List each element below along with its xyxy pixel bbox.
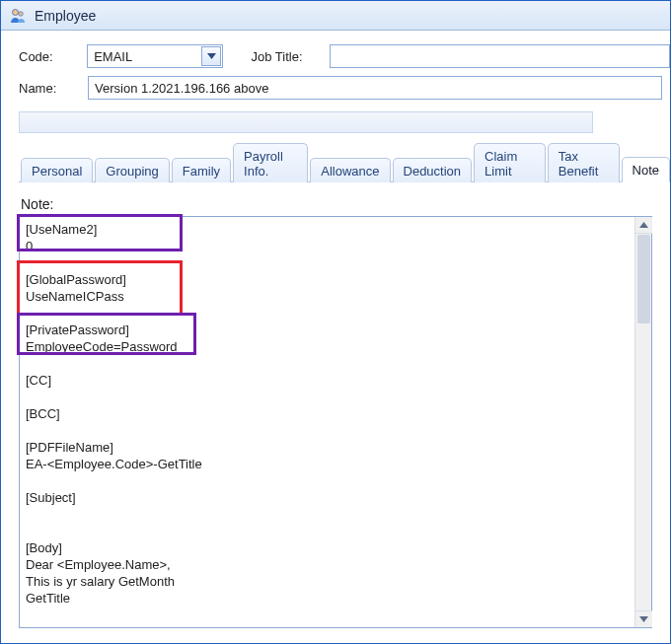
scrollbar[interactable] (634, 217, 651, 627)
window-titlebar: Employee (1, 1, 670, 31)
jobtitle-label: Job Title: (251, 49, 319, 64)
tab-note[interactable]: Note (622, 157, 670, 182)
note-textarea[interactable]: [UseName2] 0 [GlobalPassword] UseNameICP… (20, 217, 651, 627)
note-area: [UseName2] 0 [GlobalPassword] UseNameICP… (19, 216, 652, 628)
name-label: Name: (19, 81, 78, 96)
tab-family[interactable]: Family (172, 158, 231, 182)
tab-personal[interactable]: Personal (21, 158, 93, 182)
tab-deduction[interactable]: Deduction (393, 158, 473, 182)
employee-icon (9, 7, 27, 25)
scroll-thumb[interactable] (637, 235, 650, 323)
svg-point-0 (13, 9, 19, 15)
name-value: Version 1.2021.196.166 above (95, 81, 268, 96)
window-title: Employee (35, 8, 96, 24)
code-value: EMAIL (94, 49, 132, 64)
tab-payroll-info[interactable]: Payroll Info. (233, 143, 308, 182)
tab-claim-limit[interactable]: Claim Limit (474, 143, 546, 182)
code-combobox[interactable]: EMAIL (87, 44, 223, 68)
chevron-down-icon[interactable] (201, 46, 221, 66)
status-strip (19, 111, 593, 133)
tab-tax-benefit[interactable]: Tax Benefit (548, 143, 620, 182)
name-field[interactable]: Version 1.2021.196.166 above (88, 76, 662, 100)
jobtitle-field[interactable] (330, 44, 670, 68)
scroll-up-icon[interactable] (635, 217, 652, 234)
tab-grouping[interactable]: Grouping (95, 158, 169, 182)
code-label: Code: (19, 49, 77, 64)
tab-strip: PersonalGroupingFamilyPayroll Info.Allow… (19, 151, 671, 182)
note-label: Note: (21, 196, 670, 212)
svg-point-1 (19, 11, 23, 15)
tab-allowance[interactable]: Allowance (310, 158, 390, 182)
scroll-down-icon[interactable] (635, 610, 652, 627)
